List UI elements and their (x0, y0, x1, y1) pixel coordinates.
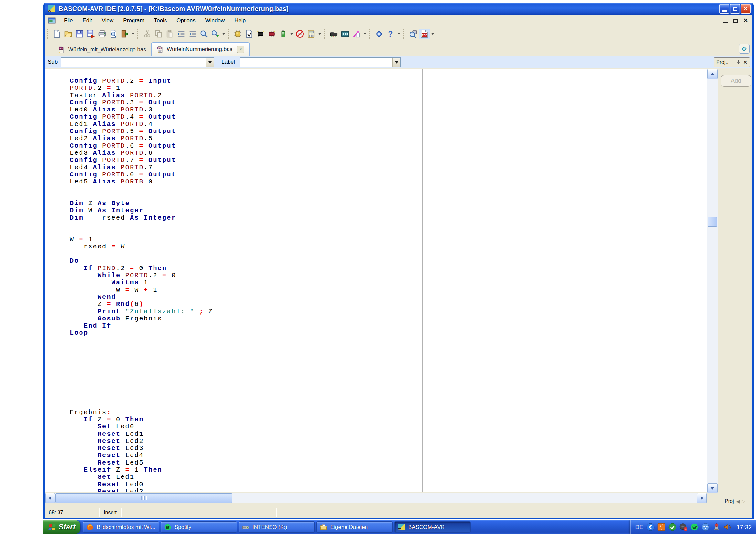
chevron-down-icon (395, 62, 398, 65)
indent-icon[interactable] (176, 29, 187, 39)
no-entry-icon[interactable] (294, 29, 306, 39)
wand-icon[interactable] (351, 29, 362, 39)
tab-close-button[interactable]: ✕ (237, 45, 244, 53)
print-icon[interactable] (96, 29, 108, 39)
pdf-icon[interactable]: PDF (418, 29, 430, 39)
chip-magnifier-icon[interactable] (407, 29, 418, 39)
taskbar-button-spotify[interactable]: Spotify (161, 521, 237, 533)
spotify-tray-icon[interactable] (690, 523, 699, 531)
java-tray-icon[interactable] (657, 523, 666, 531)
dropdown-arrow-icon[interactable] (289, 29, 294, 39)
cut-icon[interactable] (142, 29, 153, 39)
toolbar-drag-handle[interactable] (228, 29, 230, 39)
error-badge-tray-icon[interactable] (679, 523, 688, 531)
dropdown-arrow-icon[interactable] (430, 29, 435, 39)
tab-w-rfeln-mit-w-rfelanzeige-bas[interactable]: BASWürfeln_mit_Würfelanzeige.bas (53, 44, 151, 56)
chip-yellow-icon[interactable] (232, 29, 243, 39)
vertical-scroll-thumb[interactable] (708, 217, 717, 227)
menu-help[interactable]: Help (230, 16, 251, 26)
document-window-icon[interactable] (48, 16, 56, 25)
menu-window[interactable]: Window (201, 16, 230, 26)
paste-icon[interactable] (164, 29, 176, 39)
toolbar-drag-handle[interactable] (403, 29, 405, 39)
new-icon[interactable] (51, 29, 62, 39)
dropdown-arrow-icon[interactable] (362, 29, 367, 39)
dropdown-arrow-icon[interactable] (396, 29, 401, 39)
tab-label: Würfeln_mit_Würfelanzeige.bas (68, 46, 146, 53)
shield-check-tray-icon[interactable] (668, 523, 677, 531)
scroll-up-button[interactable] (707, 69, 717, 79)
toolbar-drag-handle[interactable] (137, 29, 140, 39)
find-next-icon[interactable] (209, 29, 221, 39)
page-check-icon[interactable] (243, 29, 255, 39)
taskbar-button-bildschirmfotos-mit-wi-[interactable]: Bildschirmfotos mit Wi... (83, 521, 159, 533)
taskbar-button-bascom-avr[interactable]: AVRBASCOM-AVR (394, 521, 471, 533)
language-indicator[interactable]: DE (635, 524, 643, 530)
window-list-button[interactable] (739, 44, 749, 54)
dropdown-arrow-icon[interactable] (317, 29, 322, 39)
volume-tray-icon[interactable] (723, 523, 732, 531)
collapse-tray-icon[interactable] (646, 523, 655, 531)
status-cell-4 (278, 508, 751, 517)
save-icon[interactable] (74, 29, 85, 39)
unindent-icon[interactable] (187, 29, 198, 39)
copy-icon[interactable] (153, 29, 164, 39)
arrow-left-icon[interactable]: ◀ (736, 499, 740, 504)
add-button[interactable]: Add (721, 75, 751, 87)
start-button[interactable]: Start (43, 520, 80, 534)
toolbar-drag-handle[interactable] (46, 29, 49, 39)
sub-dropdown[interactable] (61, 57, 214, 67)
code-editor[interactable]: Config PORTD.2 = InputPORTD.2 = 1Taster … (45, 69, 707, 492)
chip-red-icon[interactable] (266, 29, 277, 39)
close-button[interactable]: ✕ (741, 4, 750, 13)
menu-tools[interactable]: Tools (149, 16, 172, 26)
vertical-scrollbar[interactable] (707, 69, 717, 493)
scroll-down-button[interactable] (707, 483, 717, 493)
pin-icon[interactable] (736, 60, 741, 64)
project-panel-header[interactable]: Proj... ✕ (714, 57, 750, 67)
toolbar-drag-handle[interactable] (369, 29, 371, 39)
find-icon[interactable] (198, 29, 209, 39)
horizontal-scroll-thumb[interactable] (55, 493, 232, 503)
taskbar-button-eigene-dateien[interactable]: Eigene Dateien (316, 521, 393, 533)
toolbar-drag-handle[interactable] (324, 29, 326, 39)
label-dropdown[interactable] (240, 57, 401, 67)
menu-view[interactable]: View (97, 16, 119, 26)
project-panel-close-icon[interactable]: ✕ (743, 60, 747, 65)
project-panel-bottom-tab[interactable]: Proj ◀ ▷ (723, 496, 752, 507)
save-as-icon[interactable] (85, 29, 96, 39)
mdi-close-button[interactable]: ✕ (743, 17, 748, 25)
chip-black-icon[interactable] (255, 29, 266, 39)
dropdown-arrow-icon[interactable] (221, 29, 226, 39)
chip-green-icon[interactable] (277, 29, 289, 39)
minimize-button[interactable] (719, 4, 729, 13)
terminal-icon[interactable] (328, 29, 339, 39)
tab-w-rfelnnummerierung-bas[interactable]: BASWürfelnNummerierung.bas✕ (151, 42, 250, 56)
help-icon[interactable]: ? (385, 29, 396, 39)
scroll-left-button[interactable] (45, 493, 55, 503)
label-dropdown-button[interactable] (392, 58, 400, 66)
lcd-icon[interactable] (339, 29, 351, 39)
menu-program[interactable]: Program (118, 16, 149, 26)
horizontal-scrollbar[interactable] (45, 493, 707, 503)
mdi-minimize-button[interactable] (723, 18, 728, 23)
menu-options[interactable]: Options (172, 16, 201, 26)
simulator-icon[interactable] (306, 29, 317, 39)
scroll-right-button[interactable] (697, 493, 707, 503)
title-bar[interactable]: AVR BASCOM-AVR IDE [2.0.7.5] - [K:\Basco… (44, 3, 752, 15)
messenger-tray-icon[interactable] (701, 523, 710, 531)
mdi-restore-button[interactable] (733, 19, 738, 23)
menu-file[interactable]: File (59, 16, 78, 26)
info-diamond-icon[interactable] (373, 29, 385, 39)
open-icon[interactable] (62, 29, 74, 39)
arrow-right-icon[interactable]: ▷ (742, 499, 745, 504)
device-tray-icon[interactable] (712, 523, 721, 531)
restore-button[interactable] (730, 4, 740, 13)
sub-dropdown-button[interactable] (206, 58, 214, 66)
exit-icon[interactable] (119, 29, 130, 39)
clock[interactable]: 17:32 (736, 524, 752, 531)
print-preview-icon[interactable] (108, 29, 119, 39)
taskbar-button-intenso-k-[interactable]: INTENSO (K:) (238, 521, 315, 533)
dropdown-arrow-icon[interactable] (130, 29, 136, 39)
menu-edit[interactable]: Edit (78, 16, 97, 26)
